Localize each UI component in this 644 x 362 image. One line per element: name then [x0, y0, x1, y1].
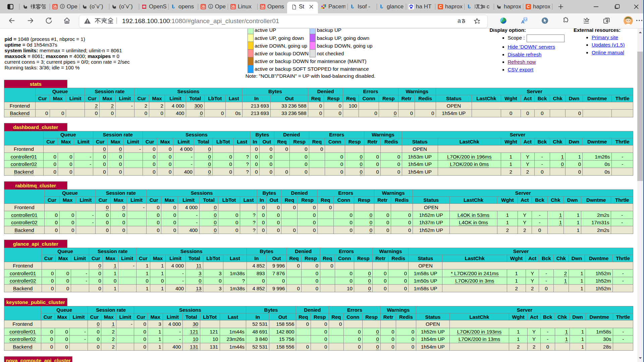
svg-text:1: 1 [210, 4, 211, 8]
svg-text:3: 3 [61, 4, 63, 8]
svg-text:A: A [521, 19, 525, 24]
